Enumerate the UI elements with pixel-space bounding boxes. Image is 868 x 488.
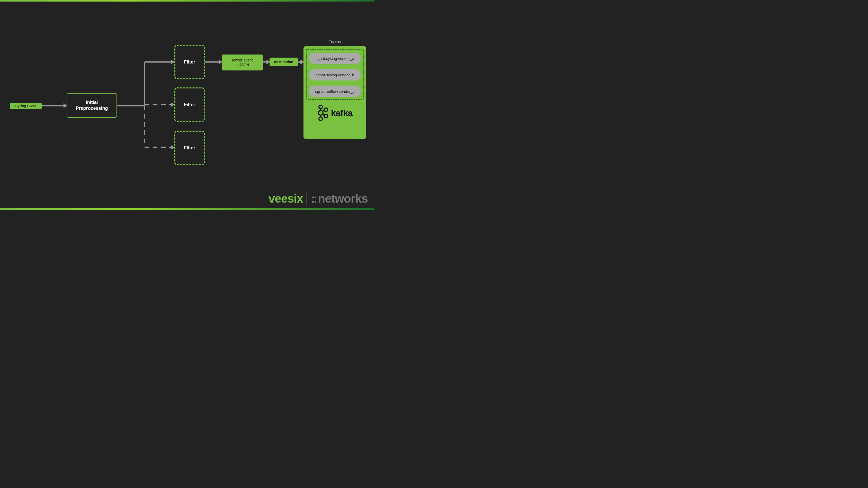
initial-preprocessing-box: Initial Preprocessing [67, 93, 117, 118]
svg-marker-7 [171, 102, 175, 107]
svg-point-17 [319, 105, 322, 109]
top-accent-bar [0, 0, 374, 2]
kafka-topic-2: cgnat.netflow.vendor_c [309, 86, 361, 97]
filter-label-2: Filter [184, 102, 195, 107]
brand-separator [307, 191, 307, 206]
kafka-topic-1: cgnat.syslog.vendor_b [309, 69, 361, 80]
footer-brand: veesix :: networks [269, 191, 368, 206]
svg-point-19 [319, 117, 322, 121]
svg-marker-10 [171, 145, 175, 150]
brand-right-word: networks [318, 192, 368, 205]
destination-label: destination [274, 60, 293, 64]
preprocessing-label: Initial Preprocessing [75, 99, 108, 111]
svg-point-18 [318, 110, 323, 115]
topics-heading: Topics [304, 39, 366, 44]
kafka-topic-0-label: cgnat.syslog.vendor_a [316, 56, 354, 61]
svg-point-21 [324, 114, 328, 118]
destination-box: destination [270, 58, 298, 66]
rewrite-label: rewrite event to JSON [232, 58, 253, 67]
filter-box-2: Filter [174, 88, 205, 122]
kafka-icon [317, 104, 329, 121]
kafka-topic-0: cgnat.syslog.vendor_a [309, 53, 361, 64]
kafka-topic-2-label: cgnat.netflow.vendor_c [315, 89, 354, 94]
filter-box-3: Filter [174, 131, 205, 165]
filter-box-1: Filter [174, 45, 205, 79]
filter-label-3: Filter [184, 145, 195, 151]
svg-marker-5 [171, 60, 175, 64]
brand-right: :: networks [311, 192, 368, 205]
brand-right-prefix: :: [311, 192, 317, 205]
filter-label-1: Filter [184, 59, 195, 65]
source-label: Syslog Event [15, 104, 36, 108]
rewrite-event-box: rewrite event to JSON [222, 55, 263, 70]
kafka-wordmark: kafka [331, 108, 352, 118]
brand-left: veesix [269, 192, 303, 205]
kafka-container: cgnat.syslog.vendor_a cgnat.syslog.vendo… [304, 46, 366, 139]
diagram-slide: Syslog Event Initial Preprocessing Filte… [0, 0, 374, 210]
source-syslog-event: Syslog Event [10, 103, 42, 109]
kafka-logo-row: kafka [306, 104, 364, 121]
kafka-topics-frame: cgnat.syslog.vendor_a cgnat.syslog.vendo… [306, 49, 364, 100]
svg-point-20 [324, 108, 328, 111]
kafka-topic-1-label: cgnat.syslog.vendor_b [316, 73, 354, 77]
bottom-accent-bar [0, 208, 374, 210]
